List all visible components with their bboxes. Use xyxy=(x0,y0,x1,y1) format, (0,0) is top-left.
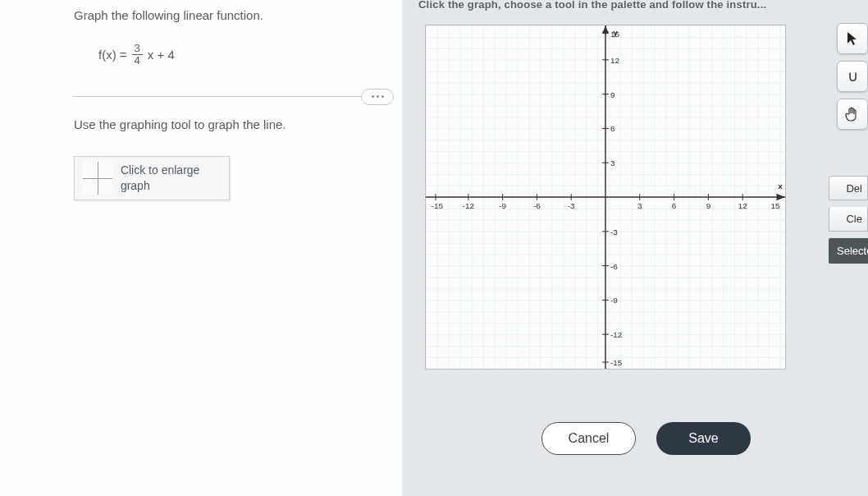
fx-prefix: f(x) = xyxy=(98,48,127,62)
fx-suffix: x + 4 xyxy=(148,48,175,62)
svg-text:12: 12 xyxy=(738,201,748,210)
svg-text:-9: -9 xyxy=(610,296,618,305)
pointer-tool[interactable] xyxy=(837,23,868,54)
cancel-button[interactable]: Cancel xyxy=(541,422,636,455)
enlarge-graph-button[interactable]: Click to enlarge graph xyxy=(74,156,230,200)
svg-text:-12: -12 xyxy=(610,330,623,339)
undo-tool[interactable]: ∪ xyxy=(837,61,868,92)
svg-text:6: 6 xyxy=(610,124,615,133)
hand-tool[interactable] xyxy=(837,99,868,130)
svg-text:6: 6 xyxy=(672,201,677,210)
divider xyxy=(74,96,377,97)
svg-text:-15: -15 xyxy=(610,358,623,367)
undo-icon: ∪ xyxy=(847,67,858,85)
svg-text:-3: -3 xyxy=(568,201,575,210)
hand-icon xyxy=(844,106,861,122)
svg-text:3: 3 xyxy=(610,158,615,168)
svg-text:-15: -15 xyxy=(432,201,444,210)
problem-title: Graph the following linear function. xyxy=(74,8,377,22)
hint-text: Click the graph, choose a tool in the pa… xyxy=(418,0,766,11)
svg-text:-3: -3 xyxy=(610,227,618,237)
svg-text:9: 9 xyxy=(706,201,711,210)
save-button[interactable]: Save xyxy=(656,422,751,455)
svg-text:-6: -6 xyxy=(610,262,618,271)
more-dots-button[interactable] xyxy=(361,89,394,105)
y-axis-label: y xyxy=(613,28,618,37)
svg-text:-12: -12 xyxy=(463,201,475,210)
selected-label: Selected xyxy=(829,238,868,264)
problem-panel: Graph the following linear function. f(x… xyxy=(0,0,402,496)
numerator: 3 xyxy=(132,43,143,55)
equation: f(x) = 3 4 x + 4 xyxy=(98,43,377,67)
tool-palette: ∪ Del Cle Selected xyxy=(829,23,868,264)
fraction: 3 4 xyxy=(132,43,143,67)
denominator: 4 xyxy=(132,55,143,67)
graph-panel: Click the graph, choose a tool in the pa… xyxy=(402,0,868,496)
graph-thumbnail-icon xyxy=(83,162,112,195)
x-axis-label: x xyxy=(778,181,783,191)
graph-area[interactable]: 3 6 9 12 15 -3 -6 -9 xyxy=(425,25,786,370)
action-buttons: Cancel Save xyxy=(541,422,751,455)
tick-x: 3 xyxy=(637,201,642,210)
coordinate-plane: 3 6 9 12 15 -3 -6 -9 xyxy=(426,25,785,369)
clear-button[interactable]: Cle xyxy=(829,207,868,232)
pointer-icon xyxy=(846,30,859,47)
instruction-text: Use the graphing tool to graph the line. xyxy=(74,117,377,131)
svg-text:15: 15 xyxy=(770,201,780,210)
svg-text:-9: -9 xyxy=(499,201,506,210)
enlarge-label: Click to enlarge graph xyxy=(121,163,221,192)
svg-text:-6: -6 xyxy=(533,201,541,210)
svg-text:9: 9 xyxy=(610,90,615,99)
delete-button[interactable]: Del xyxy=(829,176,868,200)
svg-text:12: 12 xyxy=(610,56,620,65)
